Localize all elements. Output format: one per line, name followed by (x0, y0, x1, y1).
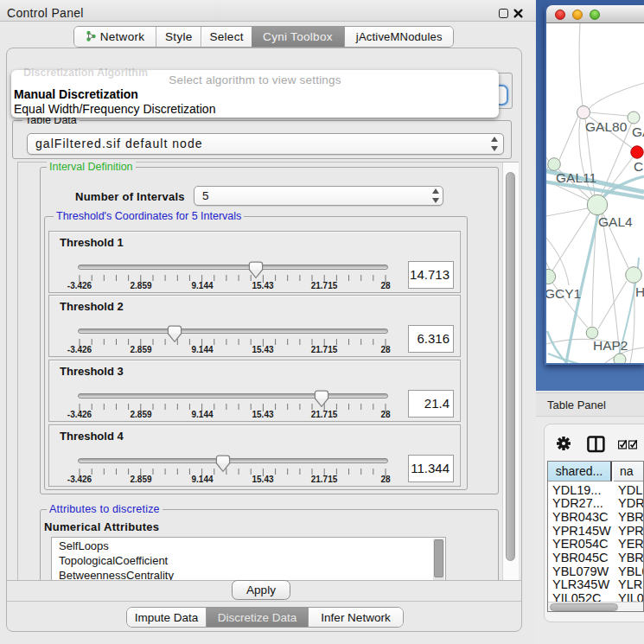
svg-text:GA: GA (632, 124, 644, 139)
svg-text:C: C (634, 159, 643, 174)
svg-text:GAL80: GAL80 (585, 119, 628, 134)
svg-text:GAL11: GAL11 (556, 170, 596, 185)
svg-text:GCY1: GCY1 (546, 286, 581, 301)
svg-text:H: H (635, 284, 644, 299)
svg-text:GAL4: GAL4 (598, 214, 633, 229)
svg-text:HAP2: HAP2 (593, 338, 628, 353)
